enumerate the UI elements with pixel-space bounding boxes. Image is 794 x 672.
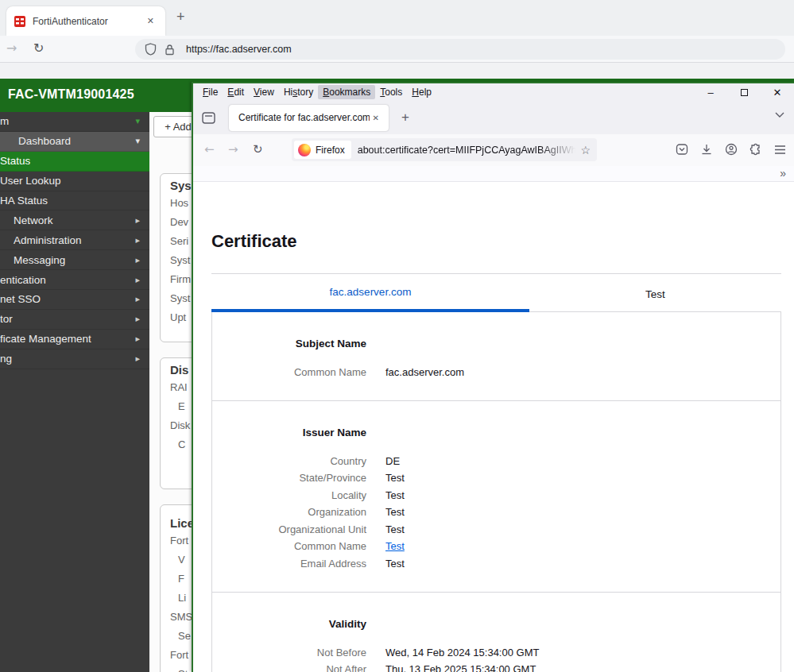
firefox-bookmarks-bar: »: [193, 166, 794, 182]
firefox-tabbar: Certificate for fac.adserver.com ✕ +: [193, 101, 794, 134]
sidebar-item-monitor[interactable]: tor ▸: [0, 310, 149, 330]
sidebar-item-fortinet-sso[interactable]: net SSO ▸: [0, 290, 149, 310]
sidebar-item-ha-status[interactable]: HA Status: [0, 191, 149, 211]
minimize-icon[interactable]: –: [694, 87, 727, 98]
screen: FortiAuthenticator ✕ + → ↻ https://fac.a…: [0, 0, 794, 672]
extensions-icon[interactable]: [749, 143, 762, 156]
firefox-view-icon[interactable]: [202, 112, 215, 124]
issuer-name-section: Issuer Name Country DE State/Province Te…: [211, 401, 781, 593]
menu-tools[interactable]: Tools: [375, 85, 407, 99]
cert-tab-test[interactable]: Test: [529, 274, 781, 312]
sidebar-item-logging[interactable]: ng ▸: [0, 350, 149, 369]
sidebar-item-network[interactable]: Network ▸: [0, 210, 149, 230]
sidebar-item-status[interactable]: Status: [0, 152, 149, 172]
tab-close-icon[interactable]: ✕: [370, 112, 382, 124]
chevron-right-icon: ▸: [135, 275, 140, 285]
lock-icon[interactable]: [165, 44, 175, 56]
certificate-card: fac.adserver.com Test Subject Name Commo…: [211, 273, 781, 672]
menu-help[interactable]: Help: [407, 85, 436, 99]
cert-field-row: Common Name fac.adserver.com: [212, 364, 780, 381]
chevron-right-icon: ▸: [135, 235, 140, 245]
fortinet-favicon-icon: [14, 16, 25, 27]
reload-icon[interactable]: ↻: [33, 41, 44, 56]
forward-icon[interactable]: →: [6, 41, 17, 56]
sidebar-item-certificate-management[interactable]: ficate Management ▸: [0, 330, 149, 350]
cert-field-row: Organizational Unit Test: [212, 521, 780, 539]
menu-history[interactable]: History: [279, 85, 318, 99]
firefox-logo-icon: [298, 144, 311, 156]
subject-name-section: Subject Name Common Name fac.adserver.co…: [211, 312, 781, 401]
chevron-right-icon: ▸: [135, 334, 140, 344]
url-text: about:certificate?cert=MIIFPjCCAyagAwIBA…: [358, 145, 581, 156]
maximize-icon[interactable]: [727, 87, 761, 98]
address-field[interactable]: https://fac.adserver.com: [135, 39, 785, 60]
firefox-navbar: ← → ↻ Firefox about:certificate?cert=MII…: [193, 134, 794, 166]
firefox-tab-certificate[interactable]: Certificate for fac.adserver.com ✕: [229, 105, 389, 131]
window-controls: – ✕: [694, 87, 794, 98]
sidebar-item-dashboard[interactable]: Dashboard ▾: [0, 132, 149, 152]
sidebar-item-system[interactable]: m ▾: [0, 112, 149, 132]
url-bar[interactable]: Firefox about:certificate?cert=MIIFPjCCA…: [292, 138, 597, 161]
issuer-common-name-link[interactable]: Test: [385, 540, 405, 552]
cert-field-row: Common Name Test: [212, 538, 780, 555]
downloads-icon[interactable]: [700, 143, 713, 156]
account-icon[interactable]: [725, 143, 738, 156]
firefox-identity-chip[interactable]: Firefox: [294, 141, 351, 159]
navbar-action-icons: [676, 143, 786, 156]
firefox-menubar: File Edit View History Bookmarks Tools H…: [193, 83, 794, 101]
chevron-right-icon: ▸: [135, 314, 140, 324]
sidebar-item-authentication[interactable]: entication ▸: [0, 270, 149, 290]
bookmarks-overflow-icon[interactable]: »: [780, 167, 786, 180]
cert-field-row: Not After Thu, 13 Feb 2025 15:34:00 GMT: [212, 661, 780, 672]
chevron-right-icon: ▸: [135, 215, 140, 226]
tab-close-icon[interactable]: ✕: [144, 14, 157, 28]
cert-tab-fac-adserver[interactable]: fac.adserver.com: [211, 274, 529, 312]
browser-tab-fortiauthenticator[interactable]: FortiAuthenticator ✕: [6, 6, 165, 36]
cert-field-row: Country DE: [212, 453, 780, 470]
chevron-right-icon: ▸: [135, 353, 140, 364]
page-title: Certificate: [211, 230, 794, 253]
cert-field-row: Organization Test: [212, 504, 780, 521]
chevron-right-icon: ▸: [135, 255, 140, 265]
chevron-right-icon: ▸: [135, 294, 140, 304]
forti-hostname: FAC-VMTM19001425: [8, 87, 134, 102]
cert-field-row: Not Before Wed, 14 Feb 2024 15:34:00 GMT: [212, 644, 780, 662]
back-icon[interactable]: ←: [204, 142, 215, 156]
address-url-text: https://fac.adserver.com: [186, 44, 292, 55]
validity-section: Validity Not Before Wed, 14 Feb 2024 15:…: [211, 593, 781, 672]
pocket-icon[interactable]: [676, 143, 688, 156]
menu-file[interactable]: File: [198, 85, 223, 99]
menu-hamburger-icon[interactable]: [774, 145, 786, 155]
reload-icon[interactable]: ↻: [253, 142, 263, 156]
close-icon[interactable]: ✕: [761, 87, 794, 98]
menu-bookmarks[interactable]: Bookmarks: [318, 85, 375, 99]
forti-sidebar: m ▾ Dashboard ▾ Status User Lookup HA St…: [0, 112, 149, 672]
section-heading: Validity: [212, 616, 366, 633]
section-heading: Subject Name: [212, 335, 366, 353]
cert-field-row: State/Province Test: [212, 469, 780, 487]
browser-tabstrip: FortiAuthenticator ✕ +: [0, 0, 794, 36]
chevron-down-icon: ▾: [135, 136, 140, 146]
menu-edit[interactable]: Edit: [223, 85, 249, 99]
browser-chrome-gap: [0, 63, 794, 79]
browser-tab-title: FortiAuthenticator: [33, 16, 144, 27]
chevron-down-icon: ▾: [135, 116, 140, 126]
new-tab-button[interactable]: +: [176, 9, 185, 25]
section-heading: Issuer Name: [212, 424, 366, 442]
cert-field-row: Email Address Test: [212, 555, 780, 573]
list-all-tabs-icon[interactable]: [775, 112, 784, 118]
sidebar-item-user-lookup[interactable]: User Lookup: [0, 172, 149, 191]
certificate-tabs: fac.adserver.com Test: [211, 273, 781, 312]
certificate-page: Certificate fac.adserver.com Test Subjec…: [193, 182, 794, 672]
browser-address-bar: → ↻ https://fac.adserver.com: [0, 36, 794, 63]
tracking-shield-icon[interactable]: [145, 43, 157, 56]
firefox-window: File Edit View History Bookmarks Tools H…: [192, 82, 794, 672]
bookmark-star-icon[interactable]: ☆: [580, 144, 591, 156]
forward-icon[interactable]: →: [228, 142, 238, 156]
new-tab-button[interactable]: +: [401, 110, 409, 126]
menu-view[interactable]: View: [249, 85, 279, 99]
sidebar-item-messaging[interactable]: Messaging ▸: [0, 250, 149, 270]
cert-field-row: Locality Test: [212, 487, 780, 504]
sidebar-item-administration[interactable]: Administration ▸: [0, 230, 149, 250]
